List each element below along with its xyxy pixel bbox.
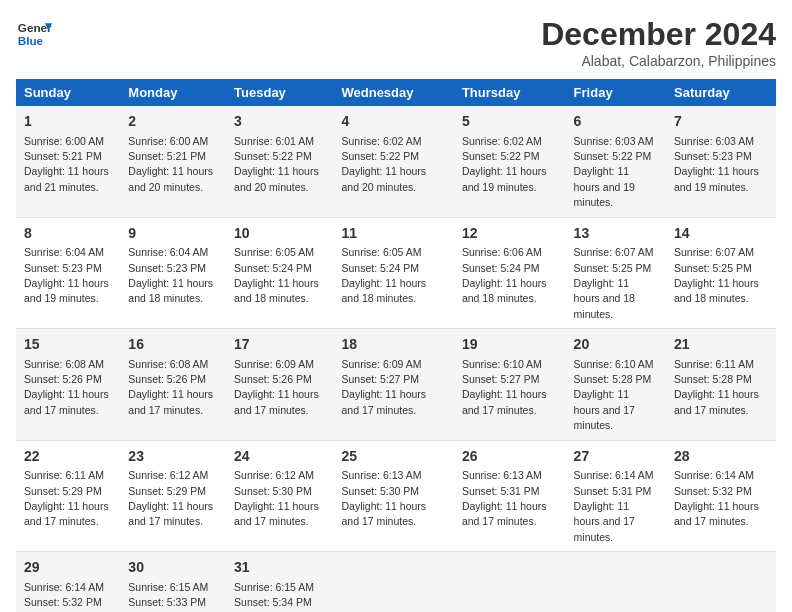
day-info: Sunrise: 6:00 AMSunset: 5:21 PMDaylight:… <box>24 135 109 193</box>
day-info: Sunrise: 6:03 AMSunset: 5:22 PMDaylight:… <box>574 135 654 209</box>
calendar-day-cell: 8Sunrise: 6:04 AMSunset: 5:23 PMDaylight… <box>16 217 120 329</box>
day-info: Sunrise: 6:13 AMSunset: 5:31 PMDaylight:… <box>462 469 547 527</box>
calendar-day-cell: 5Sunrise: 6:02 AMSunset: 5:22 PMDaylight… <box>454 106 566 217</box>
day-number: 9 <box>128 224 218 244</box>
calendar-day-cell: 3Sunrise: 6:01 AMSunset: 5:22 PMDaylight… <box>226 106 333 217</box>
day-info: Sunrise: 6:09 AMSunset: 5:27 PMDaylight:… <box>341 358 426 416</box>
day-info: Sunrise: 6:15 AMSunset: 5:33 PMDaylight:… <box>128 581 213 612</box>
day-of-week-header: Friday <box>566 79 666 106</box>
day-info: Sunrise: 6:03 AMSunset: 5:23 PMDaylight:… <box>674 135 759 193</box>
day-number: 14 <box>674 224 768 244</box>
calendar-day-cell <box>333 552 453 612</box>
day-info: Sunrise: 6:01 AMSunset: 5:22 PMDaylight:… <box>234 135 319 193</box>
calendar-week-row: 22Sunrise: 6:11 AMSunset: 5:29 PMDayligh… <box>16 440 776 552</box>
calendar-day-cell: 10Sunrise: 6:05 AMSunset: 5:24 PMDayligh… <box>226 217 333 329</box>
calendar-header: SundayMondayTuesdayWednesdayThursdayFrid… <box>16 79 776 106</box>
day-number: 12 <box>462 224 558 244</box>
day-info: Sunrise: 6:04 AMSunset: 5:23 PMDaylight:… <box>24 246 109 304</box>
day-info: Sunrise: 6:14 AMSunset: 5:32 PMDaylight:… <box>24 581 109 612</box>
calendar-day-cell: 30Sunrise: 6:15 AMSunset: 5:33 PMDayligh… <box>120 552 226 612</box>
day-number: 30 <box>128 558 218 578</box>
header: General Blue December 2024 Alabat, Calab… <box>16 16 776 69</box>
day-number: 31 <box>234 558 325 578</box>
logo-icon: General Blue <box>16 16 52 52</box>
calendar-day-cell: 27Sunrise: 6:14 AMSunset: 5:31 PMDayligh… <box>566 440 666 552</box>
day-number: 15 <box>24 335 112 355</box>
day-info: Sunrise: 6:14 AMSunset: 5:31 PMDaylight:… <box>574 469 654 543</box>
calendar-day-cell: 23Sunrise: 6:12 AMSunset: 5:29 PMDayligh… <box>120 440 226 552</box>
day-number: 2 <box>128 112 218 132</box>
day-of-week-header: Tuesday <box>226 79 333 106</box>
calendar-day-cell <box>454 552 566 612</box>
calendar-day-cell: 9Sunrise: 6:04 AMSunset: 5:23 PMDaylight… <box>120 217 226 329</box>
calendar-day-cell: 14Sunrise: 6:07 AMSunset: 5:25 PMDayligh… <box>666 217 776 329</box>
calendar-day-cell: 31Sunrise: 6:15 AMSunset: 5:34 PMDayligh… <box>226 552 333 612</box>
day-number: 5 <box>462 112 558 132</box>
calendar-day-cell: 24Sunrise: 6:12 AMSunset: 5:30 PMDayligh… <box>226 440 333 552</box>
day-info: Sunrise: 6:10 AMSunset: 5:27 PMDaylight:… <box>462 358 547 416</box>
calendar-day-cell <box>666 552 776 612</box>
day-info: Sunrise: 6:09 AMSunset: 5:26 PMDaylight:… <box>234 358 319 416</box>
day-info: Sunrise: 6:08 AMSunset: 5:26 PMDaylight:… <box>128 358 213 416</box>
calendar-day-cell: 16Sunrise: 6:08 AMSunset: 5:26 PMDayligh… <box>120 329 226 441</box>
day-info: Sunrise: 6:05 AMSunset: 5:24 PMDaylight:… <box>341 246 426 304</box>
day-info: Sunrise: 6:06 AMSunset: 5:24 PMDaylight:… <box>462 246 547 304</box>
day-of-week-header: Sunday <box>16 79 120 106</box>
day-of-week-header: Thursday <box>454 79 566 106</box>
day-info: Sunrise: 6:12 AMSunset: 5:30 PMDaylight:… <box>234 469 319 527</box>
day-number: 24 <box>234 447 325 467</box>
calendar-day-cell: 6Sunrise: 6:03 AMSunset: 5:22 PMDaylight… <box>566 106 666 217</box>
svg-text:Blue: Blue <box>18 34 44 47</box>
calendar-day-cell: 18Sunrise: 6:09 AMSunset: 5:27 PMDayligh… <box>333 329 453 441</box>
day-info: Sunrise: 6:14 AMSunset: 5:32 PMDaylight:… <box>674 469 759 527</box>
calendar-day-cell <box>566 552 666 612</box>
day-number: 18 <box>341 335 445 355</box>
day-info: Sunrise: 6:13 AMSunset: 5:30 PMDaylight:… <box>341 469 426 527</box>
day-number: 11 <box>341 224 445 244</box>
calendar-day-cell: 12Sunrise: 6:06 AMSunset: 5:24 PMDayligh… <box>454 217 566 329</box>
calendar-week-row: 15Sunrise: 6:08 AMSunset: 5:26 PMDayligh… <box>16 329 776 441</box>
day-number: 7 <box>674 112 768 132</box>
calendar-week-row: 29Sunrise: 6:14 AMSunset: 5:32 PMDayligh… <box>16 552 776 612</box>
calendar-day-cell: 28Sunrise: 6:14 AMSunset: 5:32 PMDayligh… <box>666 440 776 552</box>
calendar-day-cell: 1Sunrise: 6:00 AMSunset: 5:21 PMDaylight… <box>16 106 120 217</box>
logo: General Blue <box>16 16 52 52</box>
calendar-week-row: 8Sunrise: 6:04 AMSunset: 5:23 PMDaylight… <box>16 217 776 329</box>
day-number: 8 <box>24 224 112 244</box>
calendar-day-cell: 25Sunrise: 6:13 AMSunset: 5:30 PMDayligh… <box>333 440 453 552</box>
calendar-day-cell: 15Sunrise: 6:08 AMSunset: 5:26 PMDayligh… <box>16 329 120 441</box>
day-of-week-header: Saturday <box>666 79 776 106</box>
day-number: 17 <box>234 335 325 355</box>
day-info: Sunrise: 6:10 AMSunset: 5:28 PMDaylight:… <box>574 358 654 432</box>
day-number: 20 <box>574 335 658 355</box>
calendar-day-cell: 7Sunrise: 6:03 AMSunset: 5:23 PMDaylight… <box>666 106 776 217</box>
day-info: Sunrise: 6:02 AMSunset: 5:22 PMDaylight:… <box>462 135 547 193</box>
calendar-day-cell: 17Sunrise: 6:09 AMSunset: 5:26 PMDayligh… <box>226 329 333 441</box>
day-number: 4 <box>341 112 445 132</box>
calendar-day-cell: 2Sunrise: 6:00 AMSunset: 5:21 PMDaylight… <box>120 106 226 217</box>
day-number: 1 <box>24 112 112 132</box>
day-info: Sunrise: 6:15 AMSunset: 5:34 PMDaylight:… <box>234 581 319 612</box>
calendar-day-cell: 22Sunrise: 6:11 AMSunset: 5:29 PMDayligh… <box>16 440 120 552</box>
day-number: 25 <box>341 447 445 467</box>
calendar-day-cell: 13Sunrise: 6:07 AMSunset: 5:25 PMDayligh… <box>566 217 666 329</box>
day-number: 6 <box>574 112 658 132</box>
subtitle: Alabat, Calabarzon, Philippines <box>541 53 776 69</box>
day-number: 10 <box>234 224 325 244</box>
day-number: 28 <box>674 447 768 467</box>
day-info: Sunrise: 6:08 AMSunset: 5:26 PMDaylight:… <box>24 358 109 416</box>
main-title: December 2024 <box>541 16 776 53</box>
day-info: Sunrise: 6:07 AMSunset: 5:25 PMDaylight:… <box>574 246 654 320</box>
calendar-day-cell: 21Sunrise: 6:11 AMSunset: 5:28 PMDayligh… <box>666 329 776 441</box>
calendar-week-row: 1Sunrise: 6:00 AMSunset: 5:21 PMDaylight… <box>16 106 776 217</box>
day-number: 27 <box>574 447 658 467</box>
day-number: 19 <box>462 335 558 355</box>
calendar-day-cell: 26Sunrise: 6:13 AMSunset: 5:31 PMDayligh… <box>454 440 566 552</box>
calendar-table: SundayMondayTuesdayWednesdayThursdayFrid… <box>16 79 776 612</box>
day-info: Sunrise: 6:04 AMSunset: 5:23 PMDaylight:… <box>128 246 213 304</box>
day-info: Sunrise: 6:11 AMSunset: 5:28 PMDaylight:… <box>674 358 759 416</box>
calendar-day-cell: 11Sunrise: 6:05 AMSunset: 5:24 PMDayligh… <box>333 217 453 329</box>
day-number: 3 <box>234 112 325 132</box>
svg-text:General: General <box>18 21 52 34</box>
day-number: 23 <box>128 447 218 467</box>
